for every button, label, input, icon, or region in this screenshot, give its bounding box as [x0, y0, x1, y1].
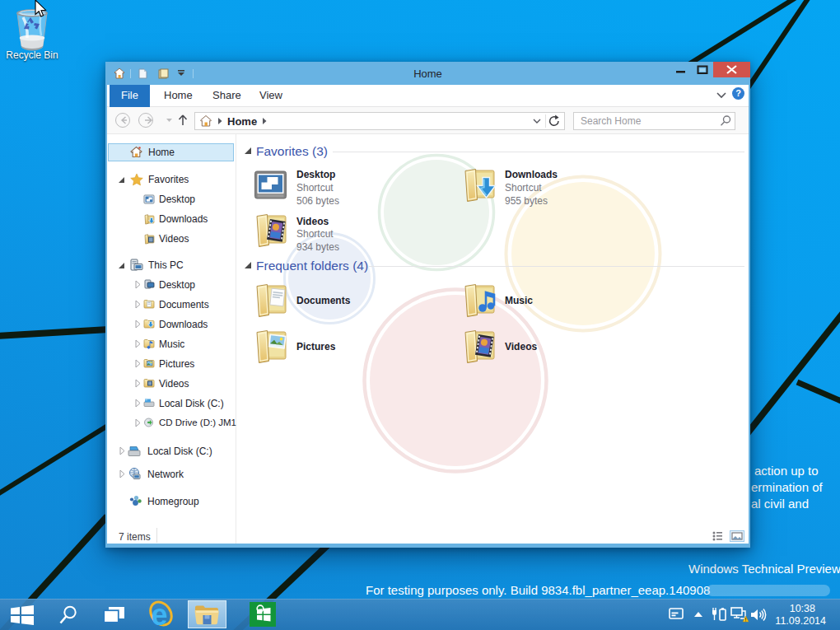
svg-text:e: e [152, 600, 168, 628]
